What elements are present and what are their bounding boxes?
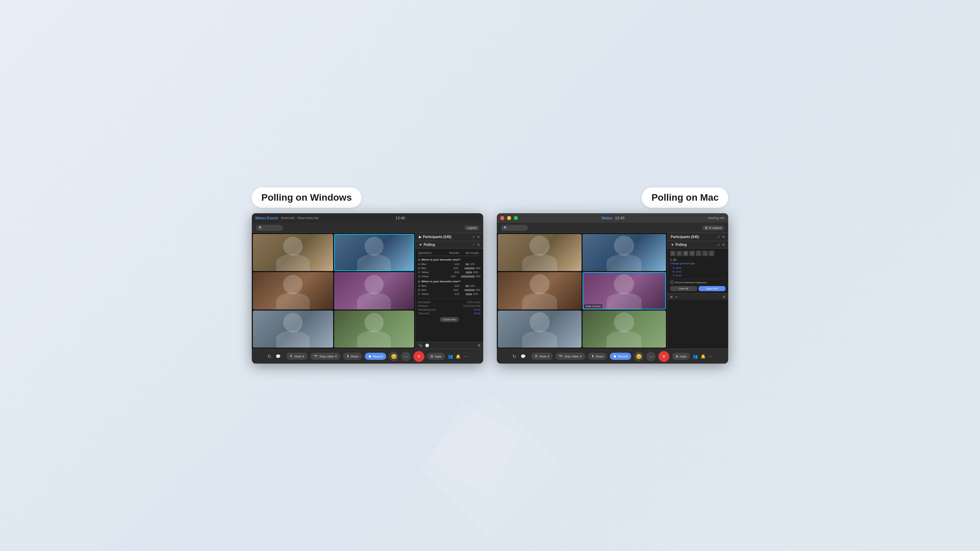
windows-event-info[interactable]: Event info [281, 216, 295, 220]
windows-participants-icon[interactable]: 👥 [448, 354, 453, 359]
mac-screenshot-wrapper: Polling on Mac Webex 12:40 Meeting Info [497, 187, 728, 364]
mac-polling-expand-btn[interactable]: ⤢ [717, 243, 720, 246]
windows-stop-video-label: Stop video [319, 355, 334, 358]
mac-mute-btn[interactable]: 🎙 Mute ▾ [531, 353, 553, 360]
mac-end-call-icon: ✕ [662, 354, 666, 359]
windows-more-btn[interactable]: ··· [401, 352, 411, 361]
mac-traffic-red[interactable] [500, 216, 504, 220]
windows-video-icon: 📷 [314, 354, 318, 358]
windows-mute-chevron: ▾ [302, 355, 304, 358]
windows-participants-title: ▶ Participants (545) [419, 235, 451, 239]
mac-polling-controls: ⤢ ✕ [717, 243, 725, 246]
mac-title-bar-center: Webex 12:40 [520, 216, 706, 220]
mac-poll-tool-4[interactable]: ✕ [689, 251, 695, 256]
windows-stop-video-btn[interactable]: 📷 Stop video ▾ [310, 353, 340, 360]
chevron-icon: ▶ [419, 235, 422, 239]
mac-meeting-info[interactable]: Meeting Info [708, 216, 725, 220]
mac-participants-icon[interactable]: 👥 [693, 354, 698, 359]
windows-participants-title-text: Participants (545) [423, 235, 451, 239]
windows-settings-icon[interactable]: ⚙ [477, 343, 480, 347]
windows-polling-expand-btn[interactable]: ⤢ [473, 243, 475, 246]
mac-traffic-yellow[interactable] [507, 216, 511, 220]
windows-polling-close-btn[interactable]: ✕ [477, 243, 480, 246]
mac-ellipsis-icon[interactable]: ⋯ [708, 354, 713, 359]
windows-end-call-btn[interactable]: ✕ [414, 351, 424, 362]
windows-stat-not-submit-label: Not submit [418, 301, 430, 304]
mac-chat-icon[interactable]: 💬 [520, 354, 526, 359]
windows-share-btn[interactable]: ⬆ Share [343, 353, 362, 360]
windows-bar-1d: 40% [461, 275, 480, 278]
windows-mute-btn[interactable]: 🎙 Mute ▾ [286, 353, 308, 360]
mac-checkbox-input[interactable] [670, 281, 673, 284]
mac-apps-btn[interactable]: ⊞ Apps [672, 353, 690, 360]
windows-screenshot-wrapper: Polling on Windows Webex Events Event in… [252, 187, 483, 364]
windows-chat-icon[interactable]: 💬 [275, 354, 281, 359]
mac-footer-list-icon[interactable]: ≡ [675, 295, 677, 299]
mac-panel-expand-btn[interactable]: ⤢ [717, 235, 720, 239]
mac-footer-settings-icon[interactable]: ⚙ [723, 295, 725, 299]
mac-video-chevron: ▾ [580, 355, 582, 358]
windows-search-icon: 🔍 [259, 226, 262, 230]
mac-footer-grid-icon[interactable]: ⊞ [670, 295, 673, 299]
windows-clock-icon[interactable]: 🕐 [425, 343, 429, 347]
mac-main-content: Sofia Gomez [497, 233, 728, 349]
mac-open-poll-btn[interactable]: Open Poll [698, 286, 726, 291]
windows-panel-close-btn[interactable]: ✕ [477, 235, 480, 239]
mac-poll-tool-5[interactable]: ↑ [696, 251, 701, 256]
windows-search[interactable]: 🔍 [256, 225, 283, 231]
mac-layout-btn[interactable]: ⊞ E Layout [702, 225, 724, 230]
windows-ans-count-1c: 2/10 [450, 271, 465, 274]
mac-notifications-icon[interactable]: 🔔 [701, 354, 706, 359]
mac-change-question-type[interactable]: Change question type [670, 262, 725, 265]
windows-notifications-icon[interactable]: 🔔 [456, 354, 461, 359]
silhouette-1 [269, 237, 317, 272]
windows-refresh-icon[interactable]: ↻ [267, 354, 272, 359]
windows-panel-expand-btn[interactable]: ⤢ [472, 235, 475, 239]
mac-silhouette-body-1 [522, 254, 557, 271]
windows-ans-count-1a: 1/10 [450, 263, 465, 266]
mac-search[interactable]: 🔍 [501, 225, 528, 231]
mac-traffic-green[interactable] [514, 216, 518, 220]
mac-more-btn[interactable]: ··· [646, 352, 656, 361]
mac-share-btn[interactable]: ⬆ Share [588, 353, 607, 360]
silhouette-head-6 [364, 313, 384, 332]
mac-polling-title-text: Polling [675, 243, 687, 246]
mac-share-label: Share [595, 355, 604, 358]
windows-pct-1d: 40% [476, 275, 480, 278]
mac-polling-title: ▼ Polling [671, 243, 687, 246]
mac-panel-close-btn[interactable]: ✕ [722, 235, 725, 239]
mac-poll-tool-7[interactable]: + [709, 251, 714, 256]
silhouette-6 [350, 313, 398, 348]
windows-bar-1b: 30% [465, 267, 480, 269]
windows-emoji-btn[interactable]: 😊 [389, 352, 398, 361]
windows-record-btn[interactable]: ⏺ Record [365, 353, 386, 360]
mac-end-call-btn[interactable]: ✕ [659, 351, 669, 362]
mac-person-2 [582, 234, 666, 271]
mac-title-bar-right: Meeting Info [708, 216, 725, 220]
mac-emoji-btn[interactable]: 😊 [634, 352, 643, 361]
windows-ans-count-1b: 3/10 [449, 267, 463, 270]
windows-attachment-icon[interactable]: 📎 [418, 343, 422, 347]
windows-bar-1a: 10% [466, 263, 480, 265]
windows-apps-btn[interactable]: ⊞ Apps [427, 353, 445, 360]
windows-bar-fill-1c [466, 272, 472, 273]
mac-poll-tool-6[interactable]: ↓ [702, 251, 708, 256]
mac-poll-tool-3[interactable]: ⚙ [683, 251, 688, 256]
windows-layout-btn[interactable]: Layout [465, 225, 479, 230]
mac-stop-video-btn[interactable]: 📷 Stop video ▾ [555, 353, 585, 360]
mac-polling-close-btn[interactable]: ✕ [722, 243, 725, 246]
windows-ellipsis-icon[interactable]: ⋯ [463, 354, 468, 359]
mac-poll-tool-1[interactable]: ✏ [670, 251, 675, 256]
mac-refresh-icon[interactable]: ↻ [512, 354, 517, 359]
windows-bottom-toolbar: ↻ 💬 🎙 Mute ▾ 📷 Stop video ▾ ⬆ Share [252, 349, 483, 364]
mac-poll-tool-2[interactable]: + [676, 251, 682, 256]
mac-sofia-label: Sofia Gomez [584, 305, 602, 308]
silhouette-4 [350, 275, 398, 310]
mac-time: 12:40 [615, 216, 625, 220]
windows-close-poll-btn[interactable]: Close Poll [440, 317, 459, 322]
mac-person-5 [498, 311, 582, 348]
mac-mute-icon: 🎙 [535, 354, 538, 358]
windows-menu-bar[interactable]: Show menu bar [298, 216, 319, 220]
mac-record-btn[interactable]: ⏺ Record [610, 353, 631, 360]
mac-clear-all-btn[interactable]: Clear All [670, 286, 697, 291]
